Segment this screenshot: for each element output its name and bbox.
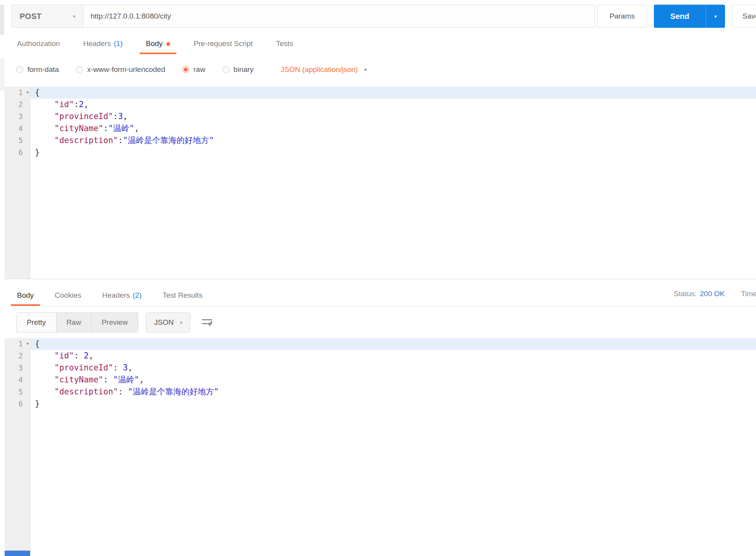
radio-icon[interactable] [222,66,229,73]
chevron-down-icon: ▾ [73,14,75,19]
line-number: 6 [5,398,30,410]
line-number: 5 [5,386,30,398]
radio-icon[interactable] [76,66,83,73]
headers-count-badge: (1) [114,39,123,48]
body-mode-row: form-datax-www-form-urlencodedrawbinary … [16,60,756,80]
line-number: 5 [5,135,30,147]
tab-label: Tests [276,39,293,48]
body-mode-label: form-data [27,65,59,74]
tab-label: Cookies [55,291,81,299]
tab-cookies[interactable]: Cookies [54,287,82,306]
code-line: "description": "温岭是个靠海的好地方" [30,386,756,398]
body-mode-label: raw [193,65,205,74]
line-number: 6 [5,147,30,159]
code-line: "provinceId": 3, [30,362,756,374]
body-mode-form-data[interactable]: form-data [16,65,59,74]
view-mode-pretty[interactable]: Pretty [17,313,56,332]
fold-caret-icon[interactable]: ▾ [26,338,29,350]
status-value: 200 OK [700,290,725,298]
url-bar: POST ▾ Params Send ▾ Save [12,5,756,28]
body-mode-binary[interactable]: binary [222,65,254,74]
tab-label: Authorization [17,39,60,48]
line-number-gutter: 1▾23456 [5,87,30,279]
line-number-gutter: 1▾23456 [5,338,30,556]
view-mode-group: PrettyRawPreview [16,312,138,333]
send-dropdown-button[interactable]: ▾ [706,5,725,28]
chevron-down-icon: ▾ [714,14,717,19]
request-tabs: Authorization Headers(1) Body Pre-reques… [16,35,756,54]
code-line: "cityName": "温岭", [30,374,756,386]
code-line: } [30,398,756,410]
content-type-dropdown[interactable]: JSON (application/json) ▾ [281,65,367,74]
tab-tests[interactable]: Tests [275,35,294,54]
radio-icon[interactable] [182,66,189,73]
save-button[interactable]: Save [732,5,756,28]
send-button-group: Send ▾ [654,5,725,28]
code-area: { "id": 2, "provinceId": 3, "cityName": … [30,338,756,556]
fold-caret-icon[interactable]: ▾ [26,87,29,99]
request-panel: POST ▾ Params Send ▾ Save Authorization … [5,5,756,556]
tab-test-results[interactable]: Test Results [162,287,203,306]
body-mode-raw[interactable]: raw [182,65,205,74]
line-number: 1▾ [5,87,30,99]
sidebar-edge [0,0,5,556]
tab-authorization[interactable]: Authorization [16,35,61,54]
tab-label: Headers [102,291,130,299]
response-tabs: Body Cookies Headers(2) Test Results Sta… [5,279,756,306]
tab-label: Body [17,291,34,299]
method-label: POST [20,12,41,21]
chevron-down-icon: ▾ [180,320,183,326]
code-line: } [30,147,756,159]
line-number: 4 [5,123,30,135]
request-body-editor[interactable]: 1▾23456{ "id":2, "provinceId":3, "cityNa… [5,87,756,279]
body-mode-label: binary [234,65,254,74]
response-format-label: JSON [154,318,174,327]
response-meta: Status: 200 OK Time: [674,290,756,306]
line-number: 3 [5,362,30,374]
status-label: Status: [674,290,697,298]
view-mode-raw[interactable]: Raw [56,313,92,332]
response-body-editor[interactable]: 1▾23456{ "id": 2, "provinceId": 3, "city… [5,338,756,556]
line-number: 3 [5,111,30,123]
view-mode-preview[interactable]: Preview [92,313,138,332]
line-number: 1▾ [5,338,30,350]
tab-response-headers[interactable]: Headers(2) [101,287,142,306]
tab-label: Pre-request Script [193,39,253,48]
params-button[interactable]: Params [597,5,647,28]
chevron-down-icon: ▾ [364,67,367,73]
body-mode-x-www-form-urlencoded[interactable]: x-www-form-urlencoded [76,65,165,74]
time-label: Time: [741,290,756,298]
sidebar-edge-segment [0,5,4,35]
gutter-scroll-marker [5,551,30,556]
tab-response-body[interactable]: Body [16,287,34,306]
unsaved-dot-icon [166,42,170,46]
line-number: 4 [5,374,30,386]
response-toolbar: PrettyRawPreview JSON ▾ [16,312,756,333]
code-area: { "id":2, "provinceId":3, "cityName":"温岭… [30,87,756,279]
send-button[interactable]: Send [654,5,706,28]
code-line: { [30,338,756,350]
line-number: 2 [5,350,30,362]
headers-count-badge: (2) [133,291,142,299]
wrap-lines-button[interactable] [200,316,214,329]
sidebar-edge-segment [0,58,4,90]
response-format-dropdown[interactable]: JSON ▾ [146,312,190,333]
code-line: { [30,87,756,99]
tab-label: Body [146,39,162,48]
wrap-lines-icon [200,316,214,329]
radio-icon[interactable] [16,66,23,73]
code-line: "description":"温岭是个靠海的好地方" [30,135,756,147]
method-dropdown[interactable]: POST ▾ [12,5,83,28]
postman-window: POST ▾ Params Send ▾ Save Authorization … [0,0,756,556]
tab-label: Test Results [162,291,202,299]
code-line: "id":2, [30,99,756,111]
code-line: "cityName":"温岭", [30,123,756,135]
url-input[interactable] [83,5,595,28]
tab-body[interactable]: Body [145,35,171,54]
line-number: 2 [5,99,30,111]
tab-pre-request-script[interactable]: Pre-request Script [193,35,253,54]
tab-headers[interactable]: Headers(1) [82,35,123,54]
code-line: "id": 2, [30,350,756,362]
body-mode-label: x-www-form-urlencoded [87,65,165,74]
code-line: "provinceId":3, [30,111,756,123]
